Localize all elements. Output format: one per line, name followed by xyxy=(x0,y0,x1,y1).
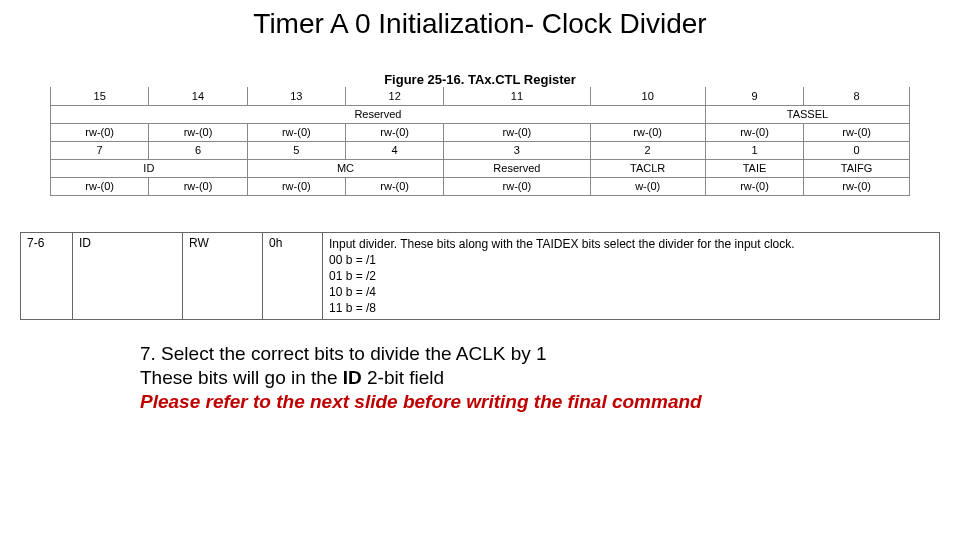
field-id: ID xyxy=(51,159,248,177)
field-mc: MC xyxy=(247,159,444,177)
desc-opt-1: 01 b = /2 xyxy=(329,269,376,283)
bit-num: 13 xyxy=(247,87,345,105)
desc-mode: RW xyxy=(183,232,263,320)
bit-num: 0 xyxy=(804,141,910,159)
bit-num: 5 xyxy=(247,141,345,159)
bit-num: 10 xyxy=(590,87,705,105)
bit-num: 7 xyxy=(51,141,149,159)
rw-cell: rw-(0) xyxy=(149,177,247,195)
bit-num: 8 xyxy=(804,87,910,105)
rw-cell: rw-(0) xyxy=(705,123,803,141)
field-tassel: TASSEL xyxy=(705,105,909,123)
bit-num: 9 xyxy=(705,87,803,105)
desc-field: ID xyxy=(73,232,183,320)
desc-intro: Input divider. These bits along with the… xyxy=(329,237,795,251)
field-taclr: TACLR xyxy=(590,159,705,177)
field-reserved-high: Reserved xyxy=(51,105,706,123)
bit-num: 6 xyxy=(149,141,247,159)
rw-cell: rw-(0) xyxy=(51,177,149,195)
bit-num: 15 xyxy=(51,87,149,105)
bit-num: 14 xyxy=(149,87,247,105)
rw-cell: rw-(0) xyxy=(51,123,149,141)
instruction-line-1: 7. Select the correct bits to divide the… xyxy=(140,342,960,366)
rw-cell: w-(0) xyxy=(590,177,705,195)
instruction-line-2: These bits will go in the ID 2-bit field xyxy=(140,366,960,390)
desc-opt-3: 11 b = /8 xyxy=(329,301,376,315)
instruction-line-2b: 2-bit field xyxy=(362,367,444,388)
bit-num: 12 xyxy=(345,87,443,105)
rw-cell: rw-(0) xyxy=(705,177,803,195)
bit-num: 1 xyxy=(705,141,803,159)
bit-num: 11 xyxy=(444,87,590,105)
desc-reset: 0h xyxy=(263,232,323,320)
bit-num: 4 xyxy=(345,141,443,159)
field-description-table: 7-6 ID RW 0h Input divider. These bits a… xyxy=(20,232,940,321)
rw-cell: rw-(0) xyxy=(444,177,590,195)
instruction-block: 7. Select the correct bits to divide the… xyxy=(140,342,960,413)
rw-cell: rw-(0) xyxy=(149,123,247,141)
figure-caption: Figure 25-16. TAx.CTL Register xyxy=(0,72,960,87)
field-reserved-low: Reserved xyxy=(444,159,590,177)
rw-cell: rw-(0) xyxy=(804,123,910,141)
rw-cell: rw-(0) xyxy=(247,123,345,141)
page-title: Timer A 0 Initialization- Clock Divider xyxy=(0,0,960,40)
rw-cell: rw-(0) xyxy=(444,123,590,141)
instruction-id-strong: ID xyxy=(343,367,362,388)
rw-cell: rw-(0) xyxy=(247,177,345,195)
rw-cell: rw-(0) xyxy=(345,123,443,141)
bit-num: 2 xyxy=(590,141,705,159)
instruction-line-2a: These bits will go in the xyxy=(140,367,343,388)
desc-opt-0: 00 b = /1 xyxy=(329,253,376,267)
rw-cell: rw-(0) xyxy=(804,177,910,195)
register-bit-table: 15 14 13 12 11 10 9 8 Reserved TASSEL rw… xyxy=(50,87,910,196)
rw-cell: rw-(0) xyxy=(345,177,443,195)
desc-text: Input divider. These bits along with the… xyxy=(323,232,940,320)
rw-cell: rw-(0) xyxy=(590,123,705,141)
field-taie: TAIE xyxy=(705,159,803,177)
desc-bits: 7-6 xyxy=(21,232,73,320)
instruction-line-3: Please refer to the next slide before wr… xyxy=(140,390,960,414)
field-taifg: TAIFG xyxy=(804,159,910,177)
desc-opt-2: 10 b = /4 xyxy=(329,285,376,299)
bit-num: 3 xyxy=(444,141,590,159)
